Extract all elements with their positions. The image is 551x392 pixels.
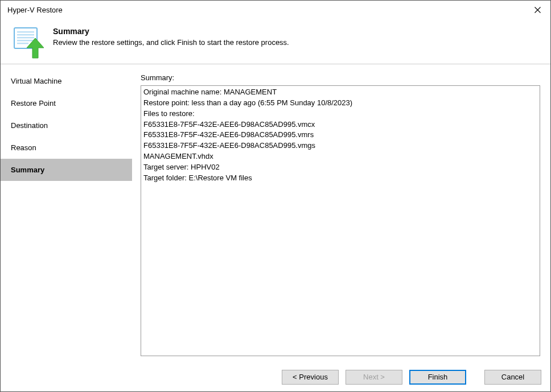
page-subtitle: Review the restore settings, and click F…	[53, 38, 289, 47]
titlebar: Hyper-V Restore	[1, 1, 550, 19]
previous-button[interactable]: < Previous	[282, 370, 339, 385]
sidebar-item-restore-point[interactable]: Restore Point	[1, 92, 132, 114]
restore-icon	[11, 27, 45, 59]
summary-textbox[interactable]: Original machine name: MANAGEMENT Restor…	[141, 85, 540, 356]
cancel-button[interactable]: Cancel	[484, 370, 541, 385]
sidebar-item-label: Summary	[11, 166, 44, 174]
wizard-footer: < Previous Next > Finish Cancel	[1, 362, 550, 391]
sidebar-item-label: Restore Point	[11, 99, 56, 108]
close-button[interactable]	[524, 1, 550, 19]
sidebar-item-label: Virtual Machine	[11, 77, 61, 85]
summary-label: Summary:	[141, 73, 540, 82]
close-icon	[534, 7, 541, 13]
sidebar-item-label: Destination	[11, 121, 48, 130]
next-button: Next >	[346, 370, 402, 385]
wizard-steps-sidebar: Virtual Machine Restore Point Destinatio…	[1, 64, 133, 362]
sidebar-item-destination[interactable]: Destination	[1, 114, 132, 137]
main-content: Virtual Machine Restore Point Destinatio…	[1, 64, 550, 362]
finish-button[interactable]: Finish	[409, 370, 466, 385]
sidebar-item-label: Reason	[11, 143, 36, 152]
svg-rect-2	[17, 34, 34, 35]
window-title: Hyper-V Restore	[7, 6, 63, 14]
svg-rect-3	[17, 37, 34, 38]
svg-rect-5	[17, 43, 28, 44]
sidebar-item-summary[interactable]: Summary	[1, 159, 132, 181]
sidebar-item-virtual-machine[interactable]: Virtual Machine	[1, 70, 132, 92]
content-panel: Summary: Original machine name: MANAGEME…	[133, 64, 550, 362]
page-title: Summary	[53, 27, 289, 36]
svg-rect-4	[17, 40, 34, 41]
svg-rect-1	[17, 31, 34, 32]
wizard-header: Summary Review the restore settings, and…	[1, 19, 550, 64]
sidebar-item-reason[interactable]: Reason	[1, 137, 132, 159]
header-text: Summary Review the restore settings, and…	[53, 27, 289, 47]
